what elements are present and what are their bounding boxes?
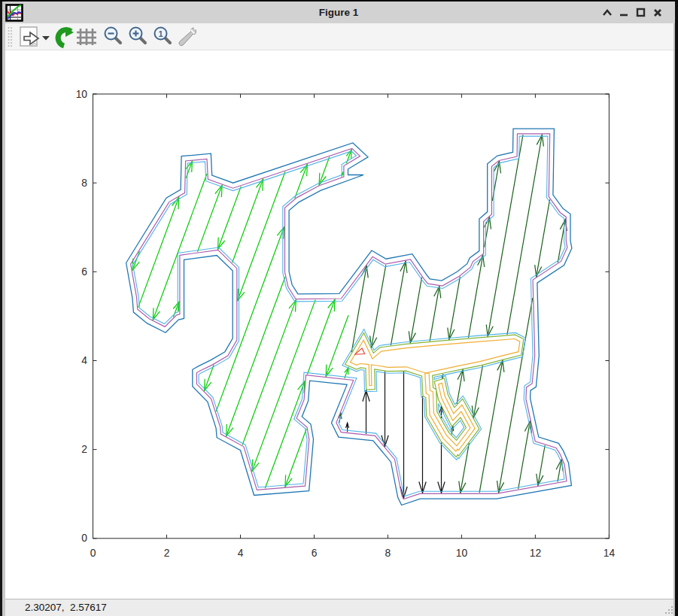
svg-text:10: 10 bbox=[456, 548, 468, 559]
svg-text:8: 8 bbox=[81, 178, 87, 189]
svg-text:4: 4 bbox=[238, 548, 244, 559]
svg-text:0: 0 bbox=[90, 548, 96, 559]
svg-text:0: 0 bbox=[81, 533, 87, 544]
svg-text:8: 8 bbox=[385, 548, 391, 559]
svg-text:6: 6 bbox=[81, 266, 87, 278]
svg-text:4: 4 bbox=[81, 355, 87, 366]
svg-text:1: 1 bbox=[158, 29, 163, 38]
svg-text:10: 10 bbox=[76, 89, 88, 100]
svg-text:6: 6 bbox=[312, 548, 318, 559]
svg-text:2: 2 bbox=[81, 444, 87, 455]
svg-text:12: 12 bbox=[530, 548, 541, 559]
svg-text:14: 14 bbox=[604, 548, 616, 559]
svg-text:2: 2 bbox=[164, 548, 170, 559]
